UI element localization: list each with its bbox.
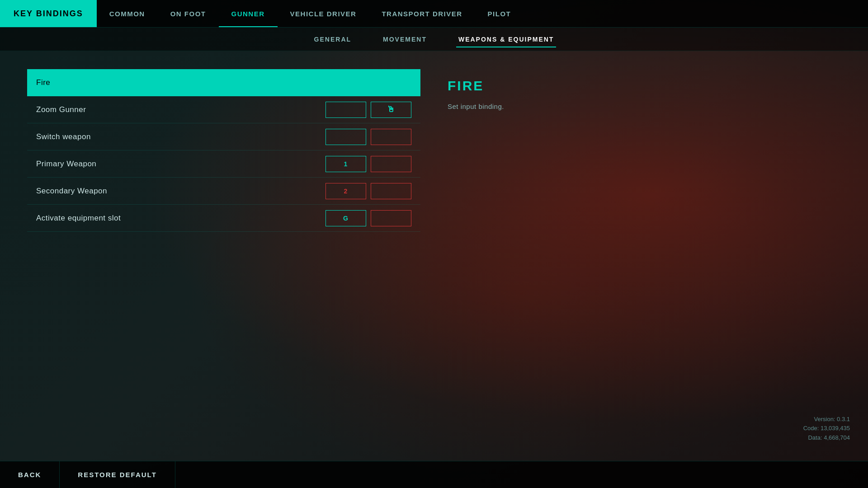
binding-row-primary-weapon[interactable]: Primary Weapon 1 [27, 150, 420, 178]
binding-row-fire[interactable]: Fire Space 🖱 [27, 69, 420, 96]
binding-keys-activate-equipment: G [326, 210, 411, 226]
binding-label-primary-weapon: Primary Weapon [36, 160, 326, 169]
key-box-secondary-weapon-key[interactable]: 2 [326, 183, 366, 199]
tab-common[interactable]: COMMON [97, 0, 158, 27]
restore-default-button[interactable]: RESTORE DEFAULT [60, 461, 175, 488]
mouse-icon-zoom: 🖱 [387, 105, 396, 114]
binding-label-fire: Fire [36, 78, 326, 87]
main-content: Fire Space 🖱 Zoom Gunner 🖱 Switch [0, 51, 868, 232]
version-number: Version: 0.3.1 [803, 415, 850, 424]
key-box-zoom-primary[interactable] [326, 102, 366, 118]
mouse-icon-fire: 🖱 [387, 78, 396, 87]
binding-row-activate-equipment[interactable]: Activate equipment slot G [27, 205, 420, 232]
binding-keys-primary-weapon: 1 [326, 156, 411, 172]
top-navigation: KEY BINDINGS COMMON ON FOOT GUNNER VEHIC… [0, 0, 868, 28]
info-panel: FIRE Set input binding. [448, 69, 841, 232]
sub-navigation: GENERAL MOVEMENT WEAPONS & EQUIPMENT [0, 28, 868, 51]
binding-label-zoom-gunner: Zoom Gunner [36, 105, 326, 114]
page-title: KEY BINDINGS [0, 0, 97, 27]
subtab-general[interactable]: GENERAL [312, 31, 354, 47]
info-title: FIRE [448, 78, 841, 94]
key-box-zoom-secondary[interactable]: 🖱 [371, 102, 411, 118]
key-box-switch-primary[interactable] [326, 129, 366, 145]
key-box-fire-primary[interactable]: Space [326, 75, 366, 91]
key-box-primary-weapon-key[interactable]: 1 [326, 156, 366, 172]
binding-row-zoom-gunner[interactable]: Zoom Gunner 🖱 [27, 96, 420, 123]
binding-row-switch-weapon[interactable]: Switch weapon [27, 123, 420, 150]
key-box-activate-alt[interactable] [371, 210, 411, 226]
nav-tabs-container: COMMON ON FOOT GUNNER VEHICLE DRIVER TRA… [97, 0, 524, 27]
binding-keys-secondary-weapon: 2 [326, 183, 411, 199]
binding-keys-fire: Space 🖱 [326, 75, 411, 91]
key-box-secondary-weapon-alt[interactable] [371, 183, 411, 199]
subtab-weapons-equipment[interactable]: WEAPONS & EQUIPMENT [456, 31, 556, 47]
binding-label-activate-equipment: Activate equipment slot [36, 214, 326, 223]
tab-transport-driver[interactable]: TRANSPORT DRIVER [369, 0, 475, 27]
binding-label-secondary-weapon: Secondary Weapon [36, 187, 326, 196]
key-box-switch-secondary[interactable] [371, 129, 411, 145]
tab-pilot[interactable]: PILOT [475, 0, 524, 27]
key-box-activate-key[interactable]: G [326, 210, 366, 226]
subtab-movement[interactable]: MOVEMENT [381, 31, 429, 47]
key-box-fire-secondary[interactable]: 🖱 [371, 75, 411, 91]
key-box-primary-weapon-alt[interactable] [371, 156, 411, 172]
back-button[interactable]: BACK [0, 461, 60, 488]
version-data: Data: 4,668,704 [803, 433, 850, 443]
binding-keys-switch-weapon [326, 129, 411, 145]
bottom-bar: BACK RESTORE DEFAULT [0, 461, 868, 488]
version-code: Code: 13,039,435 [803, 424, 850, 433]
version-info: Version: 0.3.1 Code: 13,039,435 Data: 4,… [803, 415, 850, 443]
tab-vehicle-driver[interactable]: VEHICLE DRIVER [278, 0, 369, 27]
bindings-list: Fire Space 🖱 Zoom Gunner 🖱 Switch [27, 69, 420, 232]
binding-row-secondary-weapon[interactable]: Secondary Weapon 2 [27, 178, 420, 205]
tab-on-foot[interactable]: ON FOOT [158, 0, 219, 27]
binding-keys-zoom-gunner: 🖱 [326, 102, 411, 118]
info-description: Set input binding. [448, 103, 841, 110]
tab-gunner[interactable]: GUNNER [219, 0, 278, 27]
binding-label-switch-weapon: Switch weapon [36, 132, 326, 141]
